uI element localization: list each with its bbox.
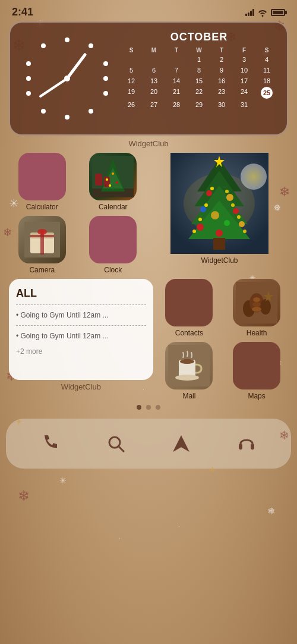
camera-app-icon bbox=[18, 216, 66, 263]
page-dot-2 bbox=[146, 405, 151, 410]
mail-label: Mail bbox=[182, 392, 195, 400]
app-item-mail[interactable]: Mail bbox=[158, 342, 221, 400]
svg-point-39 bbox=[239, 221, 245, 227]
notes-more: +2 more bbox=[16, 347, 146, 356]
wifi-icon bbox=[257, 8, 268, 17]
calendar-header-F: F bbox=[233, 47, 255, 54]
notes-item-2: • Going to Gym Until 12am ... bbox=[16, 329, 146, 343]
svg-point-41 bbox=[210, 187, 214, 190]
svg-point-68 bbox=[180, 359, 194, 364]
christmas-tree-widget bbox=[151, 153, 288, 254]
calendar-day: 19 bbox=[121, 87, 142, 99]
clock-calendar-widget[interactable]: OCTOBER SMTWTFS1234567891011121314151617… bbox=[9, 21, 288, 136]
dock-search-button[interactable] bbox=[98, 426, 134, 461]
widgetclub-large-widget[interactable]: WidgetClub bbox=[151, 153, 288, 274]
svg-point-32 bbox=[206, 190, 212, 196]
svg-point-35 bbox=[233, 208, 239, 214]
calendar-header-T: T bbox=[166, 47, 187, 54]
mixed-row: ALL • Going to Gym Until 12am ... • Goin… bbox=[9, 279, 288, 400]
app-item-calculator[interactable]: Calculator bbox=[9, 153, 75, 211]
svg-point-38 bbox=[197, 224, 204, 231]
svg-point-44 bbox=[231, 203, 235, 207]
app-item-calendar[interactable]: Calendar bbox=[80, 153, 147, 211]
notes-item-1: • Going to Gym Until 12am ... bbox=[16, 309, 146, 322]
dock-phone-button[interactable] bbox=[33, 426, 68, 461]
dock bbox=[6, 419, 291, 469]
calendar-day: 1 bbox=[188, 55, 210, 64]
svg-point-8 bbox=[26, 91, 31, 96]
calendar-day: 10 bbox=[233, 65, 255, 75]
calculator-icon bbox=[18, 153, 66, 200]
calendar-day: 26 bbox=[121, 100, 142, 109]
calendar-day: 12 bbox=[121, 76, 142, 86]
svg-point-11 bbox=[41, 43, 46, 48]
calculator-label: Calculator bbox=[26, 203, 58, 211]
calendar-day: 9 bbox=[211, 65, 232, 75]
widgetclub-label-2: WidgetClub bbox=[9, 382, 153, 391]
svg-point-5 bbox=[89, 109, 93, 114]
svg-point-45 bbox=[198, 218, 202, 221]
page-dot-3 bbox=[156, 405, 160, 410]
page-dot-1 bbox=[137, 405, 141, 410]
calendar-day: 8 bbox=[188, 65, 210, 75]
notes-widget[interactable]: ALL • Going to Gym Until 12am ... • Goin… bbox=[9, 279, 153, 380]
dock-send-button[interactable] bbox=[163, 426, 199, 461]
main-content: OCTOBER SMTWTFS1234567891011121314151617… bbox=[0, 21, 297, 400]
time-display: 2:41 bbox=[12, 6, 33, 18]
right-icons-grid: Contacts bbox=[158, 279, 288, 400]
calendar-day: 3 bbox=[233, 55, 255, 64]
app-item-clock[interactable]: Clock bbox=[80, 216, 147, 274]
calendar-day bbox=[166, 55, 187, 64]
calendar-day: 29 bbox=[188, 100, 210, 109]
svg-point-4 bbox=[103, 91, 108, 96]
svg-line-12 bbox=[67, 55, 85, 78]
widgetclub-large-label: WidgetClub bbox=[201, 256, 238, 265]
calendar-day: 27 bbox=[143, 100, 165, 109]
app-item-contacts[interactable]: Contacts bbox=[158, 279, 221, 337]
camera-label: Camera bbox=[29, 266, 55, 274]
calendar-day: 7 bbox=[166, 65, 187, 75]
svg-point-61 bbox=[260, 299, 271, 315]
notes-divider-1 bbox=[16, 304, 146, 305]
analog-clock bbox=[20, 31, 115, 126]
calendar-app-label: Calendar bbox=[99, 203, 128, 211]
calendar-day: 30 bbox=[211, 100, 232, 109]
calendar-day: 2 bbox=[211, 55, 232, 64]
svg-rect-31 bbox=[213, 238, 225, 250]
signal-icon bbox=[245, 9, 254, 16]
svg-point-24 bbox=[109, 184, 111, 187]
app-grid-section: Calculator bbox=[9, 153, 288, 274]
contacts-icon bbox=[165, 279, 213, 326]
svg-point-3 bbox=[103, 76, 108, 81]
svg-point-36 bbox=[211, 211, 219, 219]
calendar-grid: SMTWTFS123456789101112131415161718192021… bbox=[121, 47, 277, 109]
clock-label: Clock bbox=[104, 266, 122, 274]
svg-point-34 bbox=[200, 206, 206, 212]
calendar-header-T: T bbox=[211, 47, 232, 54]
calendar-day: 11 bbox=[256, 65, 277, 75]
svg-point-47 bbox=[192, 230, 196, 233]
clock-app-icon bbox=[89, 216, 137, 263]
health-label: Health bbox=[247, 329, 267, 337]
svg-point-37 bbox=[224, 220, 230, 226]
calendar-header-S: S bbox=[121, 47, 142, 54]
svg-point-62 bbox=[253, 297, 260, 302]
calendar-day: 20 bbox=[143, 87, 165, 99]
calendar-header-M: M bbox=[143, 47, 165, 54]
dock-headphones-button[interactable] bbox=[229, 426, 264, 461]
notes-widget-container: ALL • Going to Gym Until 12am ... • Goin… bbox=[9, 279, 153, 396]
calendar-day: 6 bbox=[143, 65, 165, 75]
calendar-day: 17 bbox=[233, 76, 255, 86]
app-item-health[interactable]: Health bbox=[225, 279, 288, 337]
calendar-day: 13 bbox=[143, 76, 165, 86]
page-dots bbox=[0, 405, 297, 410]
svg-point-51 bbox=[242, 165, 266, 189]
calendar-day: 4 bbox=[256, 55, 277, 64]
calendar-header-W: W bbox=[188, 47, 210, 54]
app-item-maps[interactable]: Maps bbox=[225, 342, 288, 400]
svg-rect-56 bbox=[30, 235, 54, 237]
svg-rect-19 bbox=[95, 174, 102, 186]
svg-point-7 bbox=[41, 109, 46, 114]
app-item-camera[interactable]: Camera bbox=[9, 216, 75, 274]
calendar-day bbox=[143, 55, 165, 64]
